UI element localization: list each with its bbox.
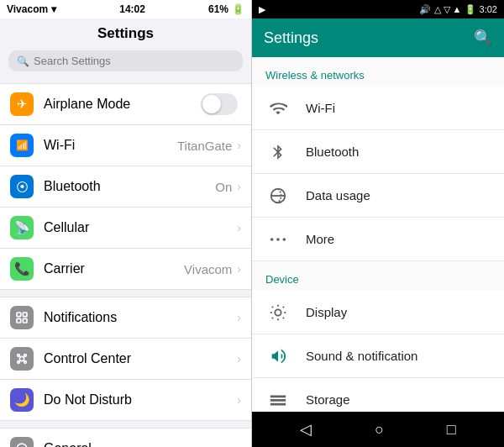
- chevron-right-icon: ›: [237, 262, 241, 276]
- ios-settings-list: ✈ Airplane Mode 📶 Wi-Fi TitanGate › ⦿ Bl…: [0, 76, 251, 447]
- chevron-right-icon: ›: [237, 393, 241, 407]
- list-item[interactable]: 📶 Wi-Fi TitanGate ›: [0, 125, 251, 166]
- cellular-icon: 📡: [10, 216, 34, 239]
- android-status-icons: 🔊 △ ▽ ▲ 🔋: [419, 4, 475, 15]
- chevron-right-icon: ›: [237, 352, 241, 365]
- ios-page-title: Settings: [0, 25, 251, 42]
- general-label: General: [44, 441, 237, 447]
- ios-status-left: Vivacom ▾: [7, 3, 56, 15]
- recents-button[interactable]: □: [440, 414, 463, 445]
- bluetooth-icon: ⦿: [10, 175, 34, 198]
- svg-rect-1: [23, 313, 27, 317]
- chevron-right-icon: ›: [237, 180, 241, 193]
- svg-point-6: [24, 355, 27, 357]
- svg-rect-2: [17, 318, 21, 323]
- display-label: Display: [306, 305, 347, 319]
- svg-point-8: [24, 361, 27, 364]
- android-settings-list: Wireless & networks Wi-Fi Bluetooth: [252, 57, 504, 412]
- ios-section-general: General › Aa Display & Brightness ›: [0, 428, 251, 447]
- do-not-disturb-icon: 🌙: [10, 388, 34, 412]
- airplane-mode-icon: ✈: [10, 92, 34, 116]
- android-page-title: Settings: [264, 29, 318, 47]
- ios-statusbar: Vivacom ▾ 14:02 61% 🔋: [0, 0, 251, 18]
- chevron-right-icon: ›: [237, 221, 241, 234]
- chevron-right-icon: ›: [237, 139, 241, 152]
- control-center-icon: [10, 347, 34, 371]
- svg-point-5: [18, 355, 20, 357]
- bluetooth-icon: [265, 144, 291, 160]
- wifi-icon: 📶: [10, 134, 34, 157]
- svg-rect-0: [17, 313, 21, 317]
- list-item[interactable]: Storage: [252, 378, 504, 412]
- android-statusbar: ▶ 🔊 △ ▽ ▲ 🔋 3:02: [252, 0, 504, 18]
- list-item[interactable]: Control Center ›: [0, 339, 251, 380]
- data-usage-label: Data usage: [306, 188, 370, 202]
- bluetooth-label: Bluetooth: [44, 179, 215, 194]
- home-button[interactable]: ○: [368, 414, 391, 445]
- search-button[interactable]: 🔍: [474, 29, 492, 47]
- carrier-value: Vivacom: [184, 262, 232, 276]
- do-not-disturb-label: Do Not Disturb: [44, 392, 237, 408]
- chevron-right-icon: ›: [237, 442, 241, 447]
- list-item[interactable]: More: [252, 218, 504, 261]
- svg-point-13: [283, 238, 286, 241]
- airplane-mode-toggle[interactable]: [201, 93, 238, 115]
- storage-label: Storage: [306, 392, 350, 407]
- android-status-right: 🔊 △ ▽ ▲ 🔋 3:02: [419, 4, 497, 15]
- svg-point-4: [19, 356, 24, 360]
- back-button[interactable]: ◁: [293, 413, 318, 445]
- android-header: Settings 🔍: [252, 18, 504, 57]
- wifi-icon: [265, 99, 291, 118]
- ios-battery-pct: 61%: [208, 3, 228, 15]
- more-label: More: [306, 232, 334, 246]
- more-icon: [265, 230, 291, 249]
- svg-point-11: [270, 238, 274, 241]
- wifi-value: TitanGate: [177, 139, 232, 153]
- bluetooth-value: On: [215, 180, 232, 194]
- android-section-header-device: Device: [252, 261, 504, 291]
- list-item[interactable]: ✈ Airplane Mode: [0, 83, 251, 125]
- list-item[interactable]: Bluetooth: [252, 130, 504, 174]
- airplane-mode-label: Airplane Mode: [44, 97, 201, 112]
- list-item[interactable]: General ›: [0, 428, 251, 447]
- display-icon: [265, 303, 291, 322]
- data-usage-icon: [265, 187, 291, 205]
- search-input[interactable]: [34, 55, 234, 67]
- wifi-label: Wi-Fi: [44, 138, 177, 153]
- bluetooth-label: Bluetooth: [306, 145, 359, 159]
- list-item[interactable]: Notifications ›: [0, 297, 251, 339]
- notifications-label: Notifications: [44, 310, 237, 325]
- list-item[interactable]: 📞 Carrier Vivacom ›: [0, 249, 251, 290]
- sound-notification-icon: [265, 347, 291, 365]
- list-item[interactable]: ⦿ Bluetooth On ›: [0, 166, 251, 208]
- storage-icon: [265, 391, 291, 409]
- android-navbar: ◁ ○ □: [252, 412, 504, 447]
- chevron-right-icon: ›: [237, 311, 241, 324]
- ios-wifi-icon: ▾: [51, 3, 56, 15]
- list-item[interactable]: Wi-Fi: [252, 87, 504, 130]
- svg-point-9: [17, 444, 27, 447]
- list-item[interactable]: Display: [252, 291, 504, 334]
- search-icon: 🔍: [17, 55, 29, 67]
- carrier-label: Carrier: [44, 261, 184, 276]
- list-item[interactable]: Sound & notification: [252, 334, 504, 378]
- android-section-header-wireless: Wireless & networks: [252, 57, 504, 87]
- svg-point-12: [276, 238, 280, 241]
- list-item[interactable]: 🌙 Do Not Disturb ›: [0, 380, 251, 421]
- ios-search-bar[interactable]: 🔍: [8, 50, 243, 71]
- ios-section-connectivity: ✈ Airplane Mode 📶 Wi-Fi TitanGate › ⦿ Bl…: [0, 83, 251, 290]
- control-center-label: Control Center: [44, 351, 237, 366]
- ios-section-notifications: Notifications › Control Center › 🌙: [0, 297, 251, 421]
- ios-carrier: Vivacom: [7, 3, 48, 15]
- svg-rect-3: [23, 318, 27, 323]
- list-item[interactable]: Data usage: [252, 174, 504, 218]
- svg-point-7: [18, 361, 20, 364]
- wifi-label: Wi-Fi: [306, 101, 335, 115]
- android-status-left: ▶: [259, 4, 265, 15]
- ios-battery-icon: 🔋: [232, 3, 244, 15]
- list-item[interactable]: 📡 Cellular ›: [0, 208, 251, 249]
- android-time: 3:02: [480, 4, 497, 14]
- notifications-icon: [10, 306, 34, 329]
- general-icon: [10, 437, 34, 447]
- ios-header: Settings: [0, 18, 251, 45]
